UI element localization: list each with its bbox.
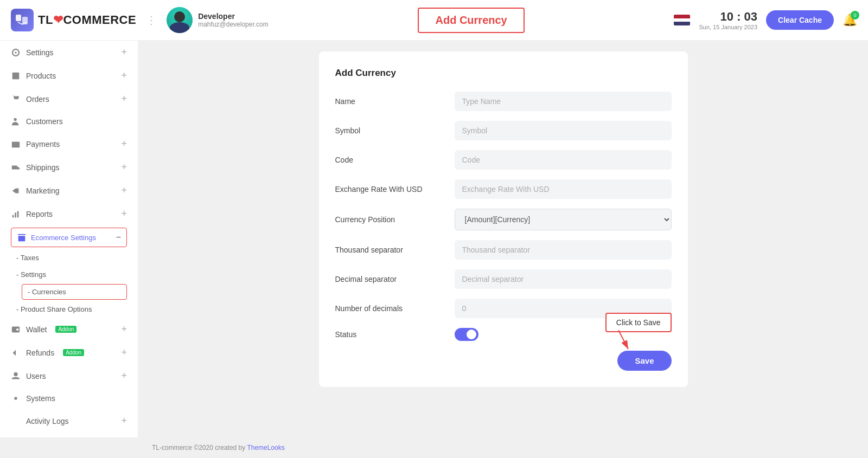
form-title: Add Currency [335,68,672,79]
sidebar-item-shippings[interactable]: Shippings + [0,156,138,179]
sidebar-label-orders: Orders [26,95,49,104]
form-group-currency-position: Currency Position [Amount][Currency] [335,209,672,230]
sidebar-label-products: Products [26,72,56,80]
sidebar-plus-wallet: + [121,324,127,335]
sidebar-label-marketing: Marketing [26,186,59,195]
clear-cache-button[interactable]: Clear Cache [766,10,834,30]
wallet2-icon [11,325,21,334]
sidebar-item-systems[interactable]: Systems [0,388,138,409]
header-right: 10 : 03 Sun, 15 January 2023 Clear Cache… [674,10,857,30]
select-currency-position[interactable]: [Amount][Currency] [455,209,672,230]
user-email: mahfuz@developer.com [198,21,269,28]
sidebar-item-refunds[interactable]: Refunds Addon + [0,341,138,364]
sidebar-plus-orders: + [121,93,127,105]
svg-rect-0 [16,15,21,21]
sidebar-item-customers[interactable]: Customers [0,111,138,132]
main-content: Add Currency Name Symbol Code Exchange R… [138,41,868,437]
sidebar-item-marketing[interactable]: Marketing + [0,179,138,202]
add-currency-form: Add Currency Name Symbol Code Exchange R… [319,51,688,387]
label-symbol: Symbol [335,126,455,135]
label-code: Code [335,156,455,164]
input-exchange-rate[interactable] [455,179,672,199]
sidebar-label-customers: Customers [26,117,63,126]
sidebar-item-wallet[interactable]: Wallet Addon + [0,318,138,341]
page-title: Add Currency [435,14,507,26]
input-code[interactable] [455,150,672,170]
sidebar-item-ecommerce-settings[interactable]: Ecommerce Settings − [11,228,127,247]
menu-dots[interactable]: ⋮ [146,14,157,27]
status-toggle[interactable] [455,328,478,341]
sidebar-label-payments: Payments [26,140,60,149]
input-name[interactable] [455,92,672,111]
sidebar-item-payments[interactable]: Payments + [0,132,138,156]
refund-icon [11,348,21,358]
sidebar-label-users: Users [26,372,46,380]
form-group-thousand-separator: Thousand separator [335,240,672,260]
sidebar-plus-settings: + [121,47,127,58]
form-group-name: Name [335,92,672,111]
sidebar-item-orders[interactable]: Orders + [0,87,138,111]
wallet-icon [11,139,21,149]
svg-rect-4 [15,212,16,217]
header: TL❤COMMERCE ⋮ Developer mahfuz@developer… [0,0,868,41]
click-to-save-callout: Click to Save [605,313,672,332]
gear-icon [11,48,21,57]
status-toggle-wrap [455,328,478,341]
datetime: 10 : 03 Sun, 15 January 2023 [699,10,757,30]
sidebar-sub-item-product-share[interactable]: - Product Share Options [0,301,138,318]
sidebar-plus-shippings: + [121,162,127,173]
svg-line-8 [618,330,628,349]
footer-link[interactable]: ThemeLooks [247,444,284,451]
sidebar-sub-item-taxes[interactable]: - Taxes [0,249,138,266]
form-group-decimal-separator: Decimal separator [335,269,672,289]
label-name: Name [335,97,455,106]
wallet-addon-badge: Addon [55,326,76,333]
svg-rect-2 [12,141,20,147]
sidebar-plus-payments: + [121,138,127,150]
box-icon [11,71,21,81]
sidebar-item-products[interactable]: Products + [0,64,138,87]
footer: TL-commerce ©2020 created by ThemeLooks [0,437,868,458]
user-details: Developer mahfuz@developer.com [198,12,269,28]
sidebar-item-settings-left: Settings [11,48,54,57]
sidebar-plus-activity-logs: + [121,415,127,427]
sidebar-item-users[interactable]: Users + [0,364,138,388]
sidebar-label-shippings: Shippings [26,163,60,172]
sidebar-item-reports[interactable]: Reports + [0,202,138,225]
bell-button[interactable]: 🔔 0 [843,13,857,27]
label-thousand-separator: Thousand separator [335,246,455,254]
sidebar-sub-item-settings[interactable]: - Settings [0,266,138,283]
footer-text: TL-commerce ©2020 created by [152,444,245,451]
page-title-box: Add Currency [418,8,524,33]
input-thousand-separator[interactable] [455,240,672,260]
sidebar-label-settings: Settings [26,48,54,57]
user-name: Developer [198,12,269,21]
form-actions-area: Click to Save Save [335,351,672,371]
sidebar-label-wallet: Wallet [26,325,47,334]
sidebar-item-activity-logs[interactable]: Activity Logs + [0,409,138,433]
refunds-addon-badge: Addon [63,349,84,356]
input-decimal-separator[interactable] [455,269,672,289]
sidebar-minus-ecommerce: − [116,233,121,242]
svg-point-6 [14,397,17,399]
sidebar-item-settings[interactable]: Settings + [0,41,138,64]
truck-icon [11,163,21,172]
avatar-image [167,7,193,33]
system-icon [11,394,21,403]
svg-rect-3 [12,215,14,217]
label-exchange-rate: Exchange Rate With USD [335,185,455,193]
sidebar-plus-refunds: + [121,347,127,358]
sidebar-plus-products: + [121,70,127,81]
logo-text: TL❤COMMERCE [38,13,136,27]
sidebar-label-systems: Systems [26,394,55,403]
sidebar-label-ecommerce-settings: Ecommerce Settings [31,234,96,242]
chart-icon [11,209,21,219]
bell-badge: 0 [851,11,859,20]
sidebar-sub-item-currencies[interactable]: - Currencies [22,284,127,300]
avatar [167,7,193,33]
sidebar-plus-marketing: + [121,185,127,196]
sidebar-plus-users: + [121,370,127,382]
sidebar: Settings + Products + Orders + Customers [0,41,138,437]
input-symbol[interactable] [455,121,672,140]
save-button[interactable]: Save [617,351,671,371]
